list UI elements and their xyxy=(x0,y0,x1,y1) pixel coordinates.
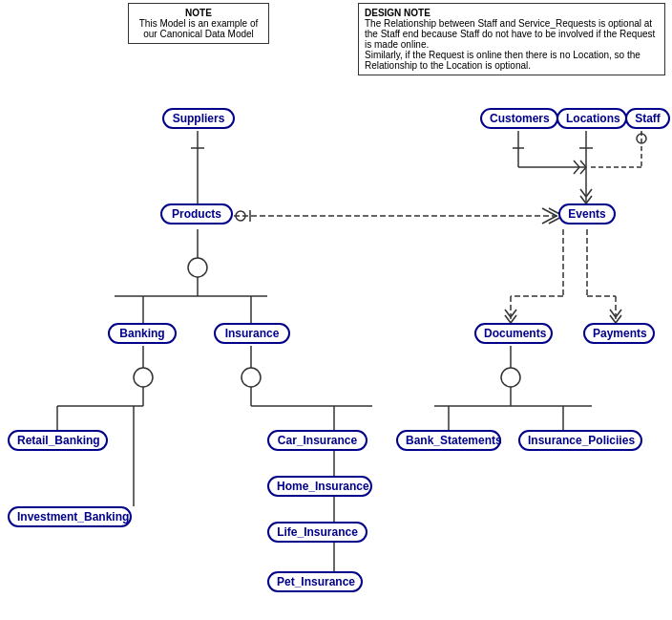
entity-pet-insurance[interactable]: Pet_Insurance xyxy=(267,571,363,592)
svg-line-33 xyxy=(580,167,586,174)
entity-locations[interactable]: Locations xyxy=(556,108,627,129)
svg-line-56 xyxy=(616,315,621,323)
entity-suppliers[interactable]: Suppliers xyxy=(162,108,235,129)
svg-line-25 xyxy=(542,208,556,216)
svg-line-55 xyxy=(610,315,616,323)
svg-line-58 xyxy=(616,310,621,317)
svg-line-51 xyxy=(511,310,516,317)
svg-point-44 xyxy=(637,134,646,143)
note-text: This Model is an example of our Canonica… xyxy=(135,18,262,39)
svg-point-27 xyxy=(236,211,245,221)
entity-customers[interactable]: Customers xyxy=(480,108,558,129)
svg-line-39 xyxy=(586,196,592,203)
design-note-title: DESIGN NOTE xyxy=(365,8,659,18)
entity-insurance[interactable]: Insurance xyxy=(214,323,290,344)
svg-line-40 xyxy=(580,189,586,197)
svg-point-60 xyxy=(501,368,520,387)
note-box: NOTE This Model is an example of our Can… xyxy=(128,3,269,44)
entity-home-insurance[interactable]: Home_Insurance xyxy=(267,476,372,497)
entity-car-insurance[interactable]: Car_Insurance xyxy=(267,430,368,451)
note-title: NOTE xyxy=(135,8,262,18)
diagram-container: NOTE This Model is an example of our Can… xyxy=(0,0,672,620)
svg-point-3 xyxy=(188,258,207,277)
entity-documents[interactable]: Documents xyxy=(474,323,553,344)
svg-line-48 xyxy=(505,315,511,323)
entity-products[interactable]: Products xyxy=(160,203,233,224)
svg-line-57 xyxy=(610,310,616,317)
entity-staff[interactable]: Staff xyxy=(625,108,670,129)
svg-line-32 xyxy=(580,160,586,167)
svg-line-38 xyxy=(580,196,586,203)
design-note-text: The Relationship between Staff and Servi… xyxy=(365,18,659,71)
svg-line-41 xyxy=(586,189,592,197)
svg-line-35 xyxy=(574,167,579,174)
entity-retail-banking[interactable]: Retail_Banking xyxy=(8,430,108,451)
entity-insurance-policies[interactable]: Insurance_Policiies xyxy=(518,430,642,451)
svg-line-50 xyxy=(505,310,511,317)
entity-events[interactable]: Events xyxy=(558,203,616,224)
entity-payments[interactable]: Payments xyxy=(583,323,655,344)
svg-line-49 xyxy=(511,315,516,323)
svg-point-15 xyxy=(242,368,261,387)
design-note-box: DESIGN NOTE The Relationship between Sta… xyxy=(358,3,665,75)
svg-point-9 xyxy=(134,368,153,387)
entity-banking[interactable]: Banking xyxy=(108,323,177,344)
entity-investment-banking[interactable]: Investment_Banking xyxy=(8,506,132,527)
svg-line-34 xyxy=(574,160,579,167)
entity-life-insurance[interactable]: Life_Insurance xyxy=(267,522,368,543)
svg-line-26 xyxy=(542,216,556,224)
entity-bank-statements[interactable]: Bank_Statements xyxy=(396,430,501,451)
